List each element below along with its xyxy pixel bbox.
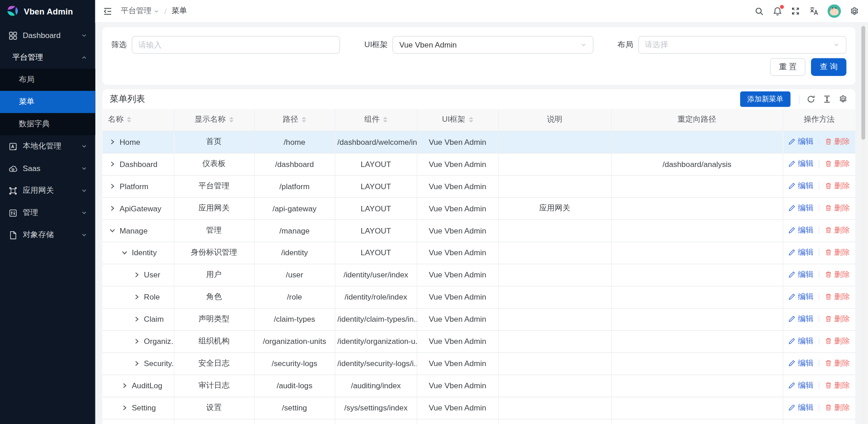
app-logo[interactable]: Vben Admin (0, 0, 95, 22)
tree-expand-icon[interactable] (133, 272, 140, 278)
sidebar-item-gateway[interactable]: 应用网关 (0, 180, 95, 202)
layout-select[interactable]: 请选择 (638, 36, 846, 54)
table-row[interactable]: Manage管理/manageLAYOUTVue Vben Admin编辑删除 (103, 219, 855, 242)
cell-actions: 编辑删除 (783, 264, 855, 286)
edit-button[interactable]: 编辑 (788, 248, 813, 257)
delete-button[interactable]: 删除 (825, 336, 850, 346)
translate-icon[interactable] (809, 6, 819, 16)
delete-button[interactable]: 删除 (825, 248, 850, 257)
sidebar-nav: Dashboard 平台管理 布局 菜单 数据字典 (0, 22, 95, 246)
fullscreen-icon[interactable] (791, 7, 800, 16)
delete-button[interactable]: 删除 (825, 381, 850, 391)
tree-expand-icon[interactable] (133, 360, 140, 367)
vertical-scrollbar (861, 22, 865, 424)
query-button[interactable]: 查 询 (811, 58, 846, 76)
delete-button[interactable]: 删除 (825, 270, 850, 280)
sort-carets-icon[interactable] (302, 117, 306, 123)
tree-expand-icon[interactable] (109, 183, 116, 190)
reset-button[interactable]: 重 置 (770, 58, 806, 76)
sidebar-item-data-dictionary[interactable]: 数据字典 (0, 113, 95, 135)
refresh-icon[interactable] (807, 95, 816, 104)
settings-gear-icon[interactable] (850, 6, 859, 16)
tree-expand-icon[interactable] (121, 382, 128, 389)
table-row[interactable]: Organiz...组织机构/organization-units/identi… (103, 330, 855, 353)
sort-carets-icon[interactable] (469, 117, 473, 123)
tree-collapse-icon[interactable] (121, 249, 128, 256)
tree-expand-icon[interactable] (133, 316, 140, 323)
table-row[interactable]: Setting设置/setting/sys/settings/indexVue … (103, 397, 855, 419)
edit-button[interactable]: 编辑 (788, 403, 813, 413)
edit-button[interactable]: 编辑 (788, 314, 813, 324)
tree-expand-icon[interactable] (109, 205, 116, 212)
edit-button[interactable]: 编辑 (788, 381, 813, 391)
edit-button[interactable]: 编辑 (788, 225, 813, 235)
sidebar-fold-icon[interactable] (103, 6, 113, 16)
table-row[interactable]: User用户/user/identity/user/indexVue Vben … (103, 264, 855, 286)
edit-button[interactable]: 编辑 (788, 270, 813, 280)
breadcrumb-item-menu[interactable]: 菜单 (171, 6, 187, 16)
chevron-down-icon (81, 32, 88, 39)
table-row[interactable]: Security...安全日志/security-logs/identity/s… (103, 353, 855, 375)
breadcrumb-item-platform[interactable]: 平台管理 (121, 6, 160, 16)
delete-button[interactable]: 删除 (825, 225, 850, 235)
sidebar-item-menu[interactable]: 菜单 (0, 91, 95, 113)
table-row[interactable]: Home首页/home/dashboard/welcome/in...Vue V… (103, 131, 855, 153)
tree-expand-icon[interactable] (109, 161, 116, 167)
column-header[interactable]: 路径 (254, 109, 335, 131)
edit-button[interactable]: 编辑 (788, 159, 813, 169)
delete-button[interactable]: 删除 (825, 358, 850, 368)
avatar-snout (831, 8, 833, 10)
sidebar-item-platform[interactable]: 平台管理 (0, 47, 95, 69)
delete-button[interactable]: 删除 (825, 403, 850, 413)
table-row[interactable]: Platform平台管理/platformLAYOUTVue Vben Admi… (103, 175, 855, 197)
table-settings-gear-icon[interactable] (839, 95, 848, 104)
sort-carets-icon[interactable] (229, 117, 233, 123)
tree-expand-icon[interactable] (133, 338, 140, 345)
table-row[interactable]: Role角色/role/identity/role/indexVue Vben … (103, 286, 855, 308)
edit-button[interactable]: 编辑 (788, 336, 813, 346)
delete-button[interactable]: 删除 (825, 181, 850, 191)
sidebar-item-saas[interactable]: Saas (0, 157, 95, 180)
row-height-icon[interactable] (823, 95, 832, 104)
edit-button[interactable]: 编辑 (788, 181, 813, 191)
sidebar-item-localization[interactable]: 本地化管理 (0, 135, 95, 157)
table-row[interactable]: Identity身份标识管理/identityLAYOUTVue Vben Ad… (103, 242, 855, 264)
delete-button[interactable]: 删除 (825, 292, 850, 302)
search-icon[interactable] (755, 6, 764, 16)
tree-expand-icon[interactable] (121, 405, 128, 411)
delete-button[interactable]: 删除 (825, 203, 850, 213)
column-header[interactable]: 名称 (103, 109, 174, 131)
sidebar-item-dashboard[interactable]: Dashboard (0, 24, 95, 47)
edit-button[interactable]: 编辑 (788, 292, 813, 302)
table-row[interactable]: Dashboard仪表板/dashboardLAYOUTVue Vben Adm… (103, 153, 855, 175)
filter-input[interactable] (132, 36, 340, 54)
framework-select[interactable]: Vue Vben Admin (393, 36, 594, 54)
table-row[interactable]: ApiGateway应用网关/api-gatewayLAYOUTVue Vben… (103, 197, 855, 219)
table-row-partial (103, 419, 855, 424)
edit-button[interactable]: 编辑 (788, 203, 813, 213)
column-header[interactable]: 显示名称 (174, 109, 254, 131)
delete-button[interactable]: 删除 (825, 159, 850, 169)
sort-carets-icon[interactable] (383, 117, 387, 123)
sidebar-item-layout[interactable]: 布局 (0, 69, 95, 91)
bell-icon[interactable] (773, 6, 782, 16)
tree-expand-icon[interactable] (133, 294, 140, 300)
avatar[interactable] (828, 5, 841, 18)
column-header[interactable]: 组件 (335, 109, 417, 131)
sidebar-item-object-storage[interactable]: 对象存储 (0, 224, 95, 246)
edit-button[interactable]: 编辑 (788, 137, 813, 147)
column-header[interactable]: UI框架 (417, 109, 498, 131)
tree-expand-icon[interactable] (109, 138, 116, 145)
sidebar-item-manage[interactable]: 管理 (0, 202, 95, 224)
scrollbar-thumb[interactable] (861, 26, 865, 140)
add-menu-button[interactable]: 添加新菜单 (740, 91, 790, 107)
sort-carets-icon[interactable] (127, 117, 131, 123)
cell-framework: Vue Vben Admin (417, 397, 498, 419)
tree-collapse-icon[interactable] (109, 227, 116, 234)
edit-button[interactable]: 编辑 (788, 358, 813, 368)
delete-button[interactable]: 删除 (825, 137, 850, 147)
table-row[interactable]: AuditLog审计日志/audit-logs/auditing/indexVu… (103, 375, 855, 397)
table-row[interactable]: Claim声明类型/claim-types/identity/claim-typ… (103, 308, 855, 330)
delete-button[interactable]: 删除 (825, 314, 850, 324)
localization-icon (8, 142, 18, 151)
